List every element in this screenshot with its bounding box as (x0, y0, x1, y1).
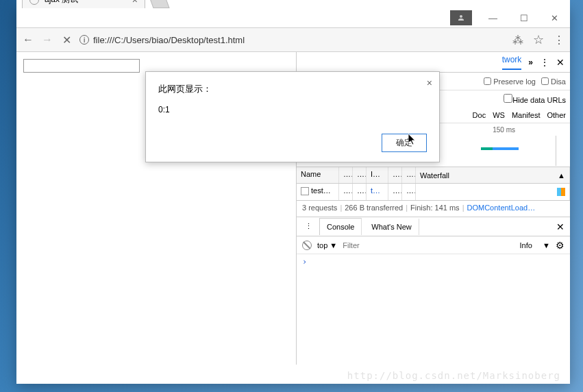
col-dots[interactable]: … (339, 167, 353, 183)
bookmark-icon[interactable]: ☆ (533, 32, 544, 47)
watermark-text: http://blog.csdn.net/Marksinoberg (347, 370, 560, 381)
dialog-close-icon[interactable]: × (427, 77, 432, 88)
nav-buttons: ← → ✕ (22, 34, 73, 47)
col-dots[interactable]: … (388, 167, 402, 183)
network-table: Name … … Ini… … … Waterfall▲ test1.… … …… (297, 167, 570, 201)
mouse-cursor-icon (408, 134, 418, 146)
cell-dots: … (402, 184, 416, 200)
close-tab-icon[interactable]: × (132, 0, 138, 5)
filter-ws[interactable]: WS (493, 111, 505, 119)
cell-initiator: te… (367, 184, 388, 200)
hide-data-urls-checkbox[interactable]: Hide data URLs (504, 94, 566, 104)
timeline-tick: 150 ms (493, 126, 515, 134)
timeline-bar (481, 147, 519, 150)
col-dots[interactable]: … (353, 167, 367, 183)
context-select[interactable]: top ▼ (317, 241, 337, 249)
devtools-tabs: twork » ⋮ ✕ (297, 52, 570, 73)
browser-window: ajax 测试 × — ☐ ✕ ← → ✕ i file:///C:/Users… (16, 5, 570, 384)
preserve-log-checkbox[interactable]: Preserve log (484, 77, 536, 86)
file-icon (301, 187, 309, 195)
col-waterfall[interactable]: Waterfall▲ (416, 167, 570, 183)
url-text: file:///C:/Users/biao/Desktop/test1.html (93, 35, 245, 45)
col-name[interactable]: Name (297, 167, 339, 183)
menu-icon[interactable]: ⋮ (554, 34, 565, 47)
drawer-menu-icon[interactable]: ⋮ (301, 222, 317, 231)
console-settings-icon[interactable]: ⚙ (556, 240, 565, 251)
tab-network[interactable]: twork (502, 55, 522, 70)
tab-title: ajax 测试 (45, 0, 78, 5)
cell-dots: … (353, 184, 367, 200)
window-titlebar: — ☐ ✕ (16, 8, 570, 27)
favicon-icon (29, 0, 39, 5)
table-row[interactable]: test1.… … … te… … … (297, 184, 570, 200)
log-level-select[interactable]: Info ▼ (519, 241, 550, 249)
clear-console-icon[interactable] (302, 241, 312, 250)
forward-button[interactable]: → (41, 34, 53, 46)
url-display[interactable]: i file:///C:/Users/biao/Desktop/test1.ht… (79, 35, 506, 45)
col-initiator[interactable]: Ini… (367, 167, 388, 183)
drawer-tabs: ⋮ Console What's New ✕ (297, 217, 570, 236)
filter-manifest[interactable]: Manifest (512, 111, 541, 119)
stop-button[interactable]: ✕ (60, 34, 73, 47)
console-toolbar: top ▼ Info ▼ ⚙ (297, 236, 570, 254)
cell-dots: … (388, 184, 402, 200)
tabs-overflow-icon[interactable]: » (528, 58, 533, 67)
address-bar: ← → ✕ i file:///C:/Users/biao/Desktop/te… (16, 27, 570, 52)
filter-other[interactable]: Other (547, 111, 566, 119)
console-prompt[interactable]: › (297, 254, 570, 269)
col-dots[interactable]: … (402, 167, 416, 183)
cell-name: test1.… (297, 184, 339, 200)
table-header: Name … … Ini… … … Waterfall▲ (297, 167, 570, 184)
network-status: 3 requests|266 B transferred|Finish: 141… (297, 201, 570, 217)
drawer-tab-console[interactable]: Console (319, 218, 362, 235)
waterfall-bar-icon (557, 188, 565, 196)
timeline-gridline (556, 136, 556, 166)
tab-strip: ajax 测试 × (16, 0, 570, 8)
filter-doc[interactable]: Doc (473, 111, 486, 119)
cell-dots: … (339, 184, 353, 200)
page-text-input[interactable] (23, 59, 140, 73)
profile-icon[interactable] (450, 10, 472, 25)
js-alert-dialog: × 此网页显示： 0:1 确定 (145, 71, 440, 162)
new-tab-button[interactable] (148, 0, 169, 8)
maximize-button[interactable]: ☐ (508, 8, 539, 27)
console-filter-input[interactable] (343, 241, 514, 249)
browser-tab[interactable]: ajax 测试 × (22, 0, 145, 8)
devtools-menu-icon[interactable]: ⋮ (540, 57, 549, 68)
drawer-close-icon[interactable]: ✕ (556, 221, 565, 232)
disable-cache-checkbox[interactable]: Disa (541, 77, 566, 86)
site-info-icon[interactable]: i (79, 35, 89, 45)
close-window-button[interactable]: ✕ (539, 8, 570, 27)
cell-waterfall (416, 184, 570, 200)
dialog-ok-button[interactable]: 确定 (382, 134, 427, 152)
dialog-message: 0:1 (158, 105, 427, 114)
devtools-close-icon[interactable]: ✕ (556, 57, 565, 68)
dialog-title: 此网页显示： (158, 83, 427, 95)
minimize-button[interactable]: — (477, 8, 508, 27)
back-button[interactable]: ← (22, 34, 34, 46)
drawer-tab-whatsnew[interactable]: What's New (364, 219, 419, 235)
translate-icon[interactable]: ⁂ (512, 34, 523, 47)
